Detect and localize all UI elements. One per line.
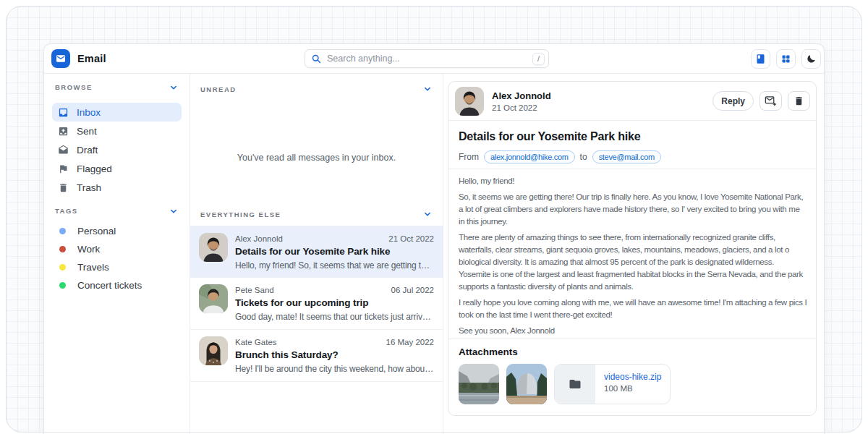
tag-list: Personal Work Travels Concert tickets — [52, 222, 182, 294]
delete-button[interactable] — [788, 91, 810, 111]
email-app-window: Email Search anything... / — [43, 43, 825, 434]
file-name[interactable]: videos-hike.zip — [604, 372, 661, 382]
search-placeholder: Search anything... — [327, 54, 527, 64]
mail-detail-card: Alex Jonnold 21 Oct 2022 Reply — [448, 81, 817, 416]
avatar — [199, 336, 228, 365]
apps-button[interactable] — [776, 49, 796, 69]
avatar — [455, 87, 484, 116]
tag-label: Work — [77, 244, 100, 255]
mail-detail-pane: Alex Jonnold 21 Oct 2022 Reply — [443, 74, 824, 434]
email-list-item[interactable]: Kate Gates 16 May 2022 Brunch this Satur… — [190, 330, 443, 382]
unread-label: UNREAD — [200, 85, 237, 93]
mail-body: Hello, my friend! So, it seems we are ge… — [448, 169, 816, 339]
attachment-file-card[interactable]: videos-hike.zip 100 MB — [554, 364, 671, 404]
everything-else-section-header[interactable]: EVERYTHING ELSE — [190, 200, 443, 226]
email-date: 06 Jul 2022 — [391, 286, 434, 294]
tag-item-work[interactable]: Work — [52, 240, 182, 258]
mail-subject-title: Details for our Yosemite Park hike — [459, 130, 806, 143]
chevron-down-icon[interactable] — [169, 82, 179, 93]
folder-icon — [569, 378, 582, 391]
email-subject: Details for our Yosemite Park hike — [235, 246, 434, 257]
search-shortcut-key: / — [532, 53, 545, 65]
outbox-icon — [58, 126, 69, 137]
file-size: 100 MB — [604, 384, 661, 393]
inbox-icon — [58, 107, 69, 118]
email-snippet: Hello, my friend! So, it seems that we a… — [235, 260, 434, 271]
browse-section-header[interactable]: BROWSE — [52, 82, 182, 92]
tag-label: Personal — [77, 226, 116, 237]
sidebar-item-label: Flagged — [77, 163, 112, 174]
app-logo — [51, 49, 70, 68]
tag-label: Travels — [77, 262, 109, 273]
avatar — [199, 284, 228, 313]
envelope-icon — [55, 53, 67, 64]
mail-title-section: Details for our Yosemite Park hike From … — [448, 121, 816, 169]
folder-nav: Inbox Sent Draft — [52, 103, 182, 197]
forward-mail-button[interactable] — [760, 91, 782, 111]
reply-button[interactable]: Reply — [712, 91, 754, 111]
unread-section-header[interactable]: UNREAD — [190, 74, 443, 98]
tag-item-personal[interactable]: Personal — [52, 222, 182, 240]
dark-mode-button[interactable] — [801, 49, 821, 69]
mail-paragraph: So, it seems we are getting there! Our t… — [459, 191, 807, 228]
apps-grid-icon — [780, 54, 791, 64]
email-list-item[interactable]: Alex Jonnold 21 Oct 2022 Details for our… — [190, 226, 443, 278]
attachments-label: Attachments — [459, 346, 806, 357]
email-date: 16 May 2022 — [386, 338, 435, 346]
avatar — [199, 233, 228, 262]
sidebar-item-flagged[interactable]: Flagged — [52, 159, 182, 178]
trash-icon — [58, 182, 69, 193]
sidebar-item-label: Trash — [77, 182, 101, 193]
email-snippet: Good day, mate! It seems that our ticket… — [235, 312, 434, 322]
empty-inbox-message: You've read all messages in your inbox. — [190, 98, 443, 200]
top-bar: Email Search anything... / — [44, 44, 824, 74]
tag-dot — [59, 246, 66, 252]
tags-label: TAGS — [55, 207, 78, 215]
tag-dot — [59, 264, 66, 271]
mail-date: 21 Oct 2022 — [492, 103, 551, 112]
sender-name: Alex Jonnold — [492, 90, 551, 101]
search-icon — [311, 54, 322, 64]
browse-label: BROWSE — [55, 83, 93, 91]
mail-paragraph: Hello, my friend! — [459, 175, 807, 187]
sender-info: Alex Jonnold 21 Oct 2022 — [492, 90, 551, 112]
file-meta: videos-hike.zip 100 MB — [595, 365, 670, 404]
tag-dot — [59, 228, 66, 234]
sidebar-item-inbox[interactable]: Inbox — [52, 103, 182, 122]
chevron-down-icon[interactable] — [169, 206, 179, 216]
search-input[interactable]: Search anything... / — [305, 49, 549, 68]
email-item-content: Pete Sand 06 Jul 2022 Tickets for our up… — [235, 284, 434, 329]
email-date: 21 Oct 2022 — [388, 234, 434, 243]
sidebar-item-sent[interactable]: Sent — [52, 122, 182, 140]
sidebar: BROWSE Inbox Sent — [44, 74, 190, 434]
sidebar-item-label: Sent — [77, 126, 97, 137]
email-item-content: Kate Gates 16 May 2022 Brunch this Satur… — [235, 336, 434, 381]
trash-icon — [793, 95, 804, 106]
tag-item-concert-tickets[interactable]: Concert tickets — [52, 276, 182, 294]
sidebar-item-label: Draft — [77, 145, 98, 156]
moon-icon — [806, 54, 817, 64]
email-snippet: Hey! I'll be around the city this weeken… — [235, 364, 434, 374]
email-item-content: Alex Jonnold 21 Oct 2022 Details for our… — [235, 233, 434, 277]
to-email-chip[interactable]: steve@mail.com — [592, 150, 661, 163]
email-subject: Tickets for our upcoming trip — [235, 297, 434, 308]
attachment-photo-half-dome[interactable] — [506, 364, 547, 404]
sidebar-item-draft[interactable]: Draft — [52, 140, 182, 159]
mail-paragraph: There are plenty of amazing things to se… — [459, 231, 807, 293]
chevron-down-icon[interactable] — [422, 84, 433, 94]
flag-icon — [58, 163, 69, 174]
attachments-row: videos-hike.zip 100 MB — [459, 364, 806, 404]
mail-actions: Reply — [712, 91, 810, 111]
from-email-chip[interactable]: alex.jonnold@hike.com — [484, 150, 575, 163]
tag-item-travels[interactable]: Travels — [52, 258, 182, 276]
email-list-item[interactable]: Pete Sand 06 Jul 2022 Tickets for our up… — [190, 278, 443, 330]
sidebar-item-trash[interactable]: Trash — [52, 178, 182, 197]
attachment-photo-valley[interactable] — [459, 364, 499, 404]
mail-paragraph: See you soon, Alex Jonnold — [459, 325, 807, 337]
email-sender: Pete Sand — [235, 286, 274, 294]
tags-section-header[interactable]: TAGS — [52, 206, 182, 216]
chevron-down-icon[interactable] — [422, 209, 433, 219]
to-label: to — [580, 152, 587, 162]
from-to-row: From alex.jonnold@hike.com to steve@mail… — [459, 150, 806, 163]
notebook-button[interactable] — [751, 49, 770, 69]
